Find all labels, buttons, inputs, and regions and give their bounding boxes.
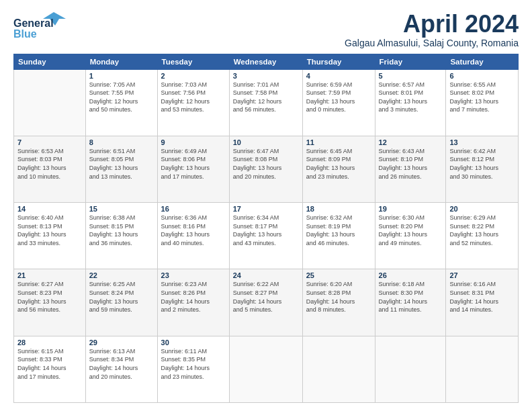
table-row [302, 336, 375, 402]
day-info: Sunrise: 6:40 AM Sunset: 8:13 PM Dayligh… [17, 214, 82, 247]
day-info: Sunrise: 6:15 AM Sunset: 8:33 PM Dayligh… [17, 347, 82, 381]
day-number: 18 [306, 205, 371, 213]
table-row: 10Sunrise: 6:47 AM Sunset: 8:08 PM Dayli… [229, 136, 302, 202]
calendar-row: 1Sunrise: 7:05 AM Sunset: 7:55 PM Daylig… [14, 69, 519, 136]
table-row: 8Sunrise: 6:51 AM Sunset: 8:05 PM Daylig… [85, 136, 157, 202]
day-info: Sunrise: 6:18 AM Sunset: 8:30 PM Dayligh… [379, 280, 443, 314]
table-row: 20Sunrise: 6:29 AM Sunset: 8:22 PM Dayli… [446, 203, 519, 269]
day-number: 15 [89, 205, 154, 213]
day-info: Sunrise: 6:23 AM Sunset: 8:26 PM Dayligh… [161, 280, 226, 314]
table-row: 30Sunrise: 6:11 AM Sunset: 8:35 PM Dayli… [157, 336, 229, 402]
day-info: Sunrise: 6:47 AM Sunset: 8:08 PM Dayligh… [233, 147, 299, 181]
table-row: 17Sunrise: 6:34 AM Sunset: 8:17 PM Dayli… [229, 203, 302, 269]
table-row [14, 69, 86, 136]
day-number: 19 [379, 205, 443, 213]
col-sunday: Sunday [14, 54, 86, 69]
day-number: 11 [306, 138, 371, 146]
table-row: 13Sunrise: 6:42 AM Sunset: 8:12 PM Dayli… [446, 136, 519, 202]
day-info: Sunrise: 6:55 AM Sunset: 8:02 PM Dayligh… [449, 81, 515, 114]
day-info: Sunrise: 6:32 AM Sunset: 8:19 PM Dayligh… [306, 214, 371, 247]
day-info: Sunrise: 6:59 AM Sunset: 7:59 PM Dayligh… [306, 81, 371, 114]
svg-text:Blue: Blue [13, 28, 37, 39]
table-row: 7Sunrise: 6:53 AM Sunset: 8:03 PM Daylig… [14, 136, 86, 202]
title-block: April 2024 Galgau Almasului, Salaj Count… [345, 11, 519, 48]
day-info: Sunrise: 6:22 AM Sunset: 8:27 PM Dayligh… [233, 280, 299, 314]
day-number: 27 [449, 271, 515, 279]
day-number: 6 [449, 72, 515, 80]
col-monday: Monday [85, 54, 157, 69]
table-row: 15Sunrise: 6:38 AM Sunset: 8:15 PM Dayli… [85, 203, 157, 269]
day-info: Sunrise: 6:38 AM Sunset: 8:15 PM Dayligh… [89, 214, 154, 247]
day-info: Sunrise: 6:27 AM Sunset: 8:23 PM Dayligh… [17, 280, 82, 314]
day-info: Sunrise: 6:29 AM Sunset: 8:22 PM Dayligh… [449, 214, 515, 247]
table-row: 25Sunrise: 6:20 AM Sunset: 8:28 PM Dayli… [302, 269, 375, 336]
table-row [375, 336, 446, 402]
table-row: 6Sunrise: 6:55 AM Sunset: 8:02 PM Daylig… [446, 69, 519, 136]
day-info: Sunrise: 6:25 AM Sunset: 8:24 PM Dayligh… [89, 280, 154, 314]
calendar-row: 21Sunrise: 6:27 AM Sunset: 8:23 PM Dayli… [14, 269, 519, 336]
table-row: 11Sunrise: 6:45 AM Sunset: 8:09 PM Dayli… [302, 136, 375, 202]
day-info: Sunrise: 6:16 AM Sunset: 8:31 PM Dayligh… [449, 280, 515, 314]
calendar-row: 28Sunrise: 6:15 AM Sunset: 8:33 PM Dayli… [14, 336, 519, 402]
day-info: Sunrise: 6:45 AM Sunset: 8:09 PM Dayligh… [306, 147, 371, 181]
table-row [229, 336, 302, 402]
day-number: 13 [449, 138, 515, 146]
day-number: 28 [17, 338, 82, 347]
table-row: 29Sunrise: 6:13 AM Sunset: 8:34 PM Dayli… [85, 336, 157, 402]
day-number: 20 [449, 205, 515, 213]
calendar-header: Sunday Monday Tuesday Wednesday Thursday… [14, 54, 519, 69]
day-number: 5 [379, 72, 443, 80]
day-number: 2 [161, 72, 226, 80]
day-number: 21 [17, 271, 82, 279]
day-number: 7 [17, 138, 82, 146]
col-saturday: Saturday [446, 54, 519, 69]
day-info: Sunrise: 7:05 AM Sunset: 7:55 PM Dayligh… [89, 81, 154, 114]
col-tuesday: Tuesday [157, 54, 229, 69]
table-row: 1Sunrise: 7:05 AM Sunset: 7:55 PM Daylig… [85, 69, 157, 136]
table-row: 16Sunrise: 6:36 AM Sunset: 8:16 PM Dayli… [157, 203, 229, 269]
table-row: 18Sunrise: 6:32 AM Sunset: 8:19 PM Dayli… [302, 203, 375, 269]
header-row: Sunday Monday Tuesday Wednesday Thursday… [14, 54, 519, 69]
calendar-body: 1Sunrise: 7:05 AM Sunset: 7:55 PM Daylig… [14, 69, 519, 402]
page: GeneralBlue April 2024 Galgau Almasului,… [0, 0, 532, 411]
table-row: 27Sunrise: 6:16 AM Sunset: 8:31 PM Dayli… [446, 269, 519, 336]
day-info: Sunrise: 6:36 AM Sunset: 8:16 PM Dayligh… [161, 214, 226, 247]
table-row: 14Sunrise: 6:40 AM Sunset: 8:13 PM Dayli… [14, 203, 86, 269]
day-number: 4 [306, 72, 371, 80]
day-number: 12 [379, 138, 443, 146]
logo: GeneralBlue [13, 11, 67, 39]
logo-svg: GeneralBlue [13, 11, 67, 39]
day-number: 23 [161, 271, 226, 279]
table-row: 22Sunrise: 6:25 AM Sunset: 8:24 PM Dayli… [85, 269, 157, 336]
table-row: 26Sunrise: 6:18 AM Sunset: 8:30 PM Dayli… [375, 269, 446, 336]
day-info: Sunrise: 7:01 AM Sunset: 7:58 PM Dayligh… [233, 81, 299, 114]
day-info: Sunrise: 6:43 AM Sunset: 8:10 PM Dayligh… [379, 147, 443, 181]
day-info: Sunrise: 6:11 AM Sunset: 8:35 PM Dayligh… [161, 347, 226, 381]
day-number: 14 [17, 205, 82, 213]
day-number: 17 [233, 205, 299, 213]
col-wednesday: Wednesday [229, 54, 302, 69]
table-row: 21Sunrise: 6:27 AM Sunset: 8:23 PM Dayli… [14, 269, 86, 336]
table-row: 9Sunrise: 6:49 AM Sunset: 8:06 PM Daylig… [157, 136, 229, 202]
day-info: Sunrise: 6:42 AM Sunset: 8:12 PM Dayligh… [449, 147, 515, 181]
table-row: 4Sunrise: 6:59 AM Sunset: 7:59 PM Daylig… [302, 69, 375, 136]
day-number: 29 [89, 338, 154, 347]
header: GeneralBlue April 2024 Galgau Almasului,… [13, 11, 519, 48]
day-info: Sunrise: 6:30 AM Sunset: 8:20 PM Dayligh… [379, 214, 443, 247]
table-row: 5Sunrise: 6:57 AM Sunset: 8:01 PM Daylig… [375, 69, 446, 136]
day-info: Sunrise: 6:34 AM Sunset: 8:17 PM Dayligh… [233, 214, 299, 247]
day-info: Sunrise: 7:03 AM Sunset: 7:56 PM Dayligh… [161, 81, 226, 114]
location-title: Galgau Almasului, Salaj County, Romania [345, 38, 519, 48]
table-row: 28Sunrise: 6:15 AM Sunset: 8:33 PM Dayli… [14, 336, 86, 402]
table-row [446, 336, 519, 402]
day-number: 9 [161, 138, 226, 146]
day-info: Sunrise: 6:51 AM Sunset: 8:05 PM Dayligh… [89, 147, 154, 181]
day-info: Sunrise: 6:20 AM Sunset: 8:28 PM Dayligh… [306, 280, 371, 314]
day-number: 25 [306, 271, 371, 279]
calendar-row: 7Sunrise: 6:53 AM Sunset: 8:03 PM Daylig… [14, 136, 519, 202]
table-row: 19Sunrise: 6:30 AM Sunset: 8:20 PM Dayli… [375, 203, 446, 269]
table-row: 23Sunrise: 6:23 AM Sunset: 8:26 PM Dayli… [157, 269, 229, 336]
table-row: 3Sunrise: 7:01 AM Sunset: 7:58 PM Daylig… [229, 69, 302, 136]
col-friday: Friday [375, 54, 446, 69]
day-number: 8 [89, 138, 154, 146]
